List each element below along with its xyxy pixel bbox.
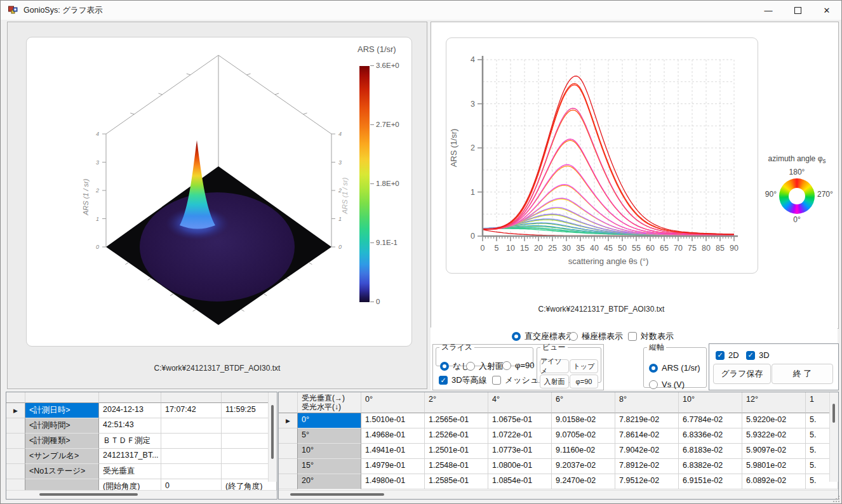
row-selector[interactable] <box>6 418 25 434</box>
info-cell[interactable]: 受光垂直 <box>99 464 161 479</box>
checkbox-mesh[interactable]: メッシュ <box>492 375 538 386</box>
exit-button[interactable]: 終 了 <box>772 364 833 384</box>
data-cell[interactable]: 6.7784e-02 <box>679 413 742 428</box>
row-selector[interactable] <box>6 464 25 479</box>
info-cell[interactable]: 17:07:42 <box>161 403 222 418</box>
scroll-thumb[interactable] <box>271 405 274 459</box>
column-header[interactable]: 2° <box>425 392 488 413</box>
data-cell[interactable]: 1.4968e-01 <box>361 428 425 444</box>
checkbox-log-display[interactable]: 対数表示 <box>628 331 674 342</box>
data-cell[interactable]: 1.5010e-01 <box>361 413 425 428</box>
row-selector[interactable] <box>279 428 298 444</box>
row-selector[interactable] <box>279 444 298 459</box>
data-cell[interactable]: 1.2585e-01 <box>425 474 488 489</box>
data-cell[interactable]: 1.0854e-01 <box>488 474 552 489</box>
data-cell[interactable]: 9.0158e-02 <box>552 413 615 428</box>
data-cell[interactable]: 1.0675e-01 <box>488 413 552 428</box>
data-cell[interactable]: 6.0892e-02 <box>742 474 806 489</box>
info-cell[interactable]: <計測日時> <box>25 403 99 418</box>
data-cell[interactable]: 1.4941e-01 <box>361 444 425 459</box>
info-cell[interactable]: 42:51:43 <box>99 418 161 434</box>
column-header[interactable]: 0° <box>361 392 425 413</box>
minimize-icon[interactable]: — <box>754 1 783 20</box>
view-top-button[interactable]: トップ <box>570 359 598 373</box>
radio-slice-none[interactable]: なし <box>440 361 470 372</box>
view-phi90-button[interactable]: φ=90 <box>570 375 598 388</box>
radio-polar-coords[interactable]: 極座標表示 <box>569 331 623 342</box>
radio-slice-phi90[interactable]: φ=90 <box>502 361 534 370</box>
scroll-thumb[interactable] <box>290 493 384 496</box>
data-cell[interactable]: 7.8912e-02 <box>615 459 679 474</box>
radio-slice-incidence[interactable]: 入射面 <box>466 361 504 372</box>
info-cell[interactable] <box>161 464 222 479</box>
data-cell[interactable]: 1.4980e-01 <box>361 474 425 489</box>
checkbox-2d[interactable]: ✓ 2D <box>716 350 739 360</box>
column-header[interactable]: 10° <box>679 392 742 413</box>
info-cell[interactable]: <サンプル名> <box>25 449 99 464</box>
current-row-arrow-icon[interactable]: ▶ <box>6 403 25 418</box>
data-cell[interactable]: 9.2470e-02 <box>552 474 615 489</box>
data-cell[interactable]: 6.8336e-02 <box>679 428 742 444</box>
checkbox-3d[interactable]: ✓ 3D <box>746 350 770 360</box>
data-cell[interactable]: 1.0773e-01 <box>488 444 552 459</box>
info-cell[interactable]: <計測種類> <box>25 434 99 449</box>
maximize-icon[interactable] <box>783 1 812 20</box>
checkbox-3d-contour[interactable]: ✓ 3D等高線 <box>439 375 487 386</box>
column-header[interactable]: 8° <box>615 392 679 413</box>
data-cell[interactable]: 1.4979e-01 <box>361 459 425 474</box>
radio-ars[interactable]: ARS (1/sr) <box>649 363 700 373</box>
data-cell[interactable]: 7.8614e-02 <box>615 428 679 444</box>
data-cell[interactable]: 5.9322e-02 <box>742 428 806 444</box>
column-header[interactable]: 4° <box>488 392 552 413</box>
info-cell[interactable]: 24121317_BT... <box>99 449 161 464</box>
radio-vs[interactable]: Vs (V) <box>649 380 685 389</box>
info-cell[interactable] <box>161 434 222 449</box>
horizontal-scrollbar[interactable] <box>279 490 838 499</box>
data-cell[interactable]: 5.9220e-02 <box>742 413 806 428</box>
radio-rectangular-coords[interactable]: 直交座標表示 <box>512 331 574 342</box>
current-row-arrow-icon[interactable]: ▶ <box>279 413 298 428</box>
row-header[interactable]: 5° <box>298 428 361 444</box>
row-header[interactable]: 20° <box>298 474 361 489</box>
data-cell[interactable]: 1.2501e-01 <box>425 444 488 459</box>
data-cell[interactable]: 1.0722e-01 <box>488 428 552 444</box>
data-cell[interactable]: 1.0800e-01 <box>488 459 552 474</box>
view-isometric-button[interactable]: アイソメ <box>540 359 569 373</box>
row-selector[interactable] <box>279 474 298 489</box>
data-cell[interactable]: 9.1160e-02 <box>552 444 615 459</box>
info-cell[interactable]: 2024-12-13 <box>99 403 161 418</box>
info-cell[interactable]: <計測時間> <box>25 418 99 434</box>
scroll-thumb[interactable] <box>832 404 835 423</box>
data-cell[interactable]: 9.2037e-02 <box>552 459 615 474</box>
row-header[interactable]: 0° <box>298 413 361 428</box>
column-header[interactable]: 12° <box>742 392 806 413</box>
data-cell[interactable]: 9.0705e-02 <box>552 428 615 444</box>
horizontal-scrollbar[interactable] <box>6 490 277 499</box>
data-cell[interactable]: 1.2565e-01 <box>425 413 488 428</box>
data-cell[interactable]: 7.9512e-02 <box>615 474 679 489</box>
data-cell[interactable]: 1.2548e-01 <box>425 459 488 474</box>
column-header[interactable]: 6° <box>552 392 615 413</box>
data-cell[interactable]: 6.8382e-02 <box>679 459 742 474</box>
row-selector[interactable] <box>6 434 25 449</box>
info-cell[interactable] <box>161 418 222 434</box>
data-cell[interactable]: 5.9097e-02 <box>742 444 806 459</box>
vertical-scrollbar[interactable] <box>829 392 838 482</box>
data-cell[interactable]: 7.8219e-02 <box>615 413 679 428</box>
view-incidence-button[interactable]: 入射面 <box>540 375 569 388</box>
row-header[interactable]: 10° <box>298 444 361 459</box>
data-cell[interactable]: 1.2526e-01 <box>425 428 488 444</box>
data-cell[interactable]: 7.9042e-02 <box>615 444 679 459</box>
close-icon[interactable]: ✕ <box>812 1 841 20</box>
row-header[interactable]: 15° <box>298 459 361 474</box>
data-cell[interactable]: 6.8183e-02 <box>679 444 742 459</box>
info-cell[interactable] <box>161 449 222 464</box>
save-graph-button[interactable]: グラフ保存 <box>713 364 771 384</box>
info-cell[interactable]: ＢＴＤＦ測定 <box>99 434 161 449</box>
data-cell[interactable]: 5.9801e-02 <box>742 459 806 474</box>
vertical-scrollbar[interactable] <box>268 392 277 482</box>
data-cell[interactable]: 6.9151e-02 <box>679 474 742 489</box>
resize-grip-icon[interactable] <box>832 495 840 503</box>
info-cell[interactable]: <No1ステージ> <box>25 464 99 479</box>
scroll-thumb[interactable] <box>39 493 138 496</box>
